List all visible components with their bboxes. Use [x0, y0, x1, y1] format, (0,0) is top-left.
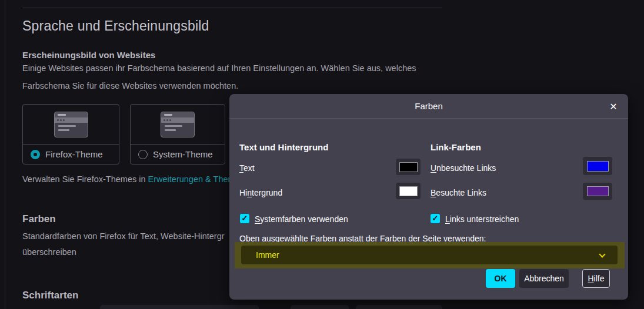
dialog-title: Farben [415, 101, 443, 111]
theme-preview-system [131, 105, 225, 144]
colors-heading: Farben [22, 213, 56, 225]
font-dropdown-stub[interactable] [100, 305, 259, 309]
unvisited-links-swatch [587, 161, 609, 172]
dialog-header: Farben [229, 94, 628, 119]
background-color-swatch [399, 186, 418, 196]
appearance-desc-line2: Farbschema Sie für diese Websites verwen… [22, 81, 238, 90]
radio-firefox-theme-selected[interactable] [31, 150, 40, 159]
dropdown-selected-value: Immer [256, 250, 279, 260]
cancel-button[interactable]: Abbrechen [519, 269, 569, 288]
underline-links-label: Links unterstreichen [445, 214, 519, 224]
unvisited-links-swatch-button[interactable] [583, 157, 612, 175]
text-color-swatch-button[interactable] [396, 159, 421, 175]
appearance-desc-line1: Einige Websites passen ihr Farbschema ba… [22, 63, 416, 73]
chevron-down-icon [599, 251, 605, 257]
theme-card-system[interactable]: System-Theme [130, 104, 225, 164]
browser-window-icon [54, 112, 88, 137]
advanced-button-stub[interactable] [356, 305, 442, 309]
background-color-swatch-button[interactable] [396, 183, 421, 199]
fonts-heading: Schriftarten [22, 290, 78, 301]
colors-desc-line1: Standardfarben von Firefox für Text, Web… [22, 231, 225, 241]
extensions-themes-link[interactable]: Erweiterungen & Theme [148, 174, 240, 184]
font-size-dropdown-stub[interactable] [291, 305, 349, 309]
colors-desc-line2: überschreiben [22, 247, 76, 257]
ok-button[interactable]: OK [486, 269, 515, 288]
close-icon[interactable]: ✕ [606, 99, 621, 113]
system-colors-label: Systemfarben verwenden [255, 214, 348, 224]
manage-themes-line: Verwalten Sie Firefox-Themes in Erweiter… [22, 174, 240, 184]
browser-window-icon [161, 112, 195, 137]
background-color-label: Hintergrund [239, 188, 282, 197]
theme-system-label: System-Theme [153, 149, 213, 159]
colors-dialog: Farben ✕ Text und Hintergrund Link-Farbe… [229, 94, 628, 300]
manage-themes-text: Verwalten Sie Firefox-Themes in [22, 174, 148, 184]
radio-system-theme[interactable] [138, 150, 148, 159]
text-color-label: Text [239, 163, 255, 173]
help-button[interactable]: Hilfe [582, 269, 610, 288]
override-colors-dropdown[interactable]: Immer [241, 246, 618, 264]
text-color-swatch [399, 162, 418, 172]
underline-links-checkbox[interactable]: ✓ [431, 214, 440, 223]
theme-card-firefox[interactable]: Firefox-Theme [22, 104, 119, 164]
visited-links-swatch-button[interactable] [583, 183, 612, 200]
appearance-heading: Erscheinungsbild von Websites [22, 50, 155, 60]
text-background-heading: Text und Hintergrund [239, 142, 328, 152]
link-colors-heading: Link-Farben [431, 142, 481, 152]
sidebar-divider [5, 0, 5, 309]
unvisited-links-label: Unbesuchte Links [431, 163, 496, 173]
section-divider [22, 8, 442, 8]
theme-option-firefox[interactable]: Firefox-Theme [23, 144, 119, 164]
dropdown-highlight-overlay: Immer [235, 242, 625, 268]
page-title: Sprache und Erscheinungsbild [22, 18, 209, 34]
theme-option-system[interactable]: System-Theme [131, 144, 225, 164]
visited-links-swatch [587, 186, 609, 196]
theme-firefox-label: Firefox-Theme [45, 149, 103, 159]
theme-preview-firefox [23, 105, 119, 144]
system-colors-checkbox[interactable]: ✓ [240, 214, 249, 223]
visited-links-label: Besuchte Links [431, 188, 486, 197]
